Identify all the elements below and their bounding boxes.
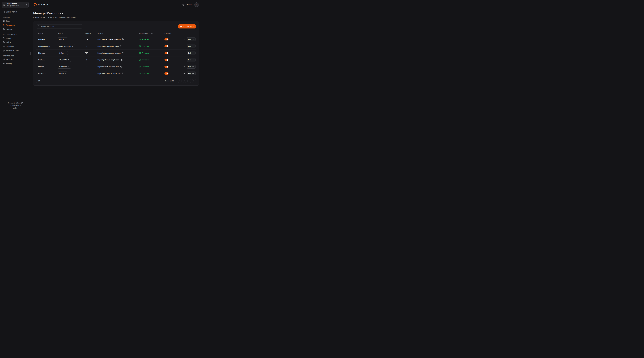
sidebar-item-sites[interactable]: Sites: [2, 19, 28, 23]
combine-icon: [3, 20, 5, 22]
copy-url-button[interactable]: [122, 72, 124, 75]
sidebar-item-shareable-links[interactable]: Shareable Links: [2, 49, 28, 53]
card-toolbar: Add Resource: [33, 22, 198, 31]
sidebar-item-roles[interactable]: Roles: [2, 40, 28, 44]
auth-status-label: Protected: [142, 39, 149, 40]
copy-url-button[interactable]: [120, 66, 122, 68]
arrow-right-icon: [192, 73, 194, 74]
site-link-button[interactable]: Home Lab: [58, 65, 71, 69]
page-size-select[interactable]: 20: [36, 79, 44, 83]
sidebar-item-users[interactable]: Users: [2, 36, 28, 40]
main-content: PANGOLIN System M Manage Resources Creat…: [30, 0, 202, 111]
sidebar-resize-handle[interactable]: [30, 52, 30, 56]
protocol-value: TCP: [84, 52, 88, 54]
row-menu-button[interactable]: [182, 65, 185, 68]
theme-label: System: [186, 4, 192, 6]
sidebar-item-api-keys[interactable]: API Keys: [2, 57, 28, 62]
sidebar-item-resources[interactable]: Resources: [2, 23, 28, 27]
sidebar-item-settings[interactable]: Settings: [2, 62, 28, 66]
theme-toggle-button[interactable]: System: [182, 4, 192, 6]
chevron-down-icon: [41, 80, 42, 82]
edit-button[interactable]: Edit: [187, 37, 196, 41]
sidebar-item-label: Shareable Links: [6, 50, 19, 52]
edit-button[interactable]: Edit: [187, 44, 196, 48]
arrow-up-right-icon: [64, 39, 66, 40]
auth-status-badge: Protected: [139, 66, 149, 68]
row-menu-button[interactable]: [182, 45, 185, 48]
copy-url-button[interactable]: [120, 45, 122, 47]
add-resource-button[interactable]: Add Resource: [178, 24, 196, 29]
enabled-toggle[interactable]: [164, 66, 168, 68]
last-page-button[interactable]: [192, 79, 196, 83]
sidebar-item-invitations[interactable]: Invitations: [2, 44, 28, 49]
copy-url-button[interactable]: [122, 52, 124, 54]
search-input[interactable]: [36, 24, 82, 29]
edit-button[interactable]: Edit: [187, 72, 196, 75]
chevron-left-icon: [184, 80, 185, 82]
site-link-button[interactable]: AWS VPC: [58, 58, 71, 62]
resource-name: Grafana: [38, 59, 44, 61]
gear-icon: [3, 63, 5, 65]
table-row: Battery Monitor Edge Device 01 TCP https…: [36, 43, 196, 50]
copy-icon: [122, 52, 124, 54]
enabled-toggle[interactable]: [164, 72, 168, 75]
sidebar-item-domains[interactable]: Domains: [2, 27, 28, 31]
arrow-right-icon: [192, 66, 194, 68]
row-menu-button[interactable]: [182, 72, 185, 75]
site-link-button[interactable]: Office: [58, 51, 68, 55]
card-footer: 20 Page 1 of 1: [33, 77, 198, 86]
next-page-button[interactable]: [188, 79, 191, 83]
edit-button[interactable]: Edit: [187, 51, 196, 55]
sidebar-item-server-admin[interactable]: Server Admin: [2, 10, 28, 14]
plus-icon: [180, 26, 182, 28]
previous-page-button[interactable]: [183, 79, 186, 83]
copy-url-button[interactable]: [120, 59, 123, 61]
table-header: Name Site Protocol Access: [36, 31, 196, 36]
ellipsis-icon: [183, 52, 185, 54]
enabled-toggle[interactable]: [164, 45, 168, 47]
site-link-button[interactable]: Office: [58, 72, 68, 75]
column-header-authentication[interactable]: Authentication: [139, 32, 153, 34]
sidebar-item-label: Domains: [6, 28, 13, 30]
enabled-toggle[interactable]: [164, 38, 168, 41]
site-link-button[interactable]: Office: [58, 37, 68, 41]
moon-icon: [182, 4, 184, 6]
ellipsis-icon: [183, 66, 185, 68]
auth-status-badge: Protected: [139, 39, 149, 40]
chevrons-right-icon: [193, 80, 195, 82]
shield-check-icon: [139, 66, 141, 68]
auth-status-label: Protected: [142, 73, 149, 75]
waypoints-icon: [3, 24, 5, 26]
auth-status-badge: Protected: [139, 52, 149, 54]
building-icon: [3, 4, 6, 6]
copy-url-button[interactable]: [122, 38, 124, 41]
page-size-value: 20: [38, 80, 40, 82]
sidebar-item-label: Server Admin: [6, 11, 17, 13]
resource-name: Nextcloud: [38, 73, 46, 75]
sidebar-item-label: Invitations: [6, 45, 14, 48]
edit-button[interactable]: Edit: [187, 58, 196, 62]
row-menu-button[interactable]: [182, 52, 185, 55]
edit-label: Edit: [188, 52, 191, 54]
site-link-button[interactable]: Edge Device 01: [58, 44, 75, 48]
column-header-site[interactable]: Site: [58, 32, 63, 34]
sidebar-item-label: Users: [6, 37, 11, 39]
column-header-name[interactable]: Name: [38, 32, 46, 34]
enabled-toggle[interactable]: [164, 52, 168, 54]
community-edition-link[interactable]: Community Edition: [0, 102, 30, 104]
enabled-toggle[interactable]: [164, 59, 168, 61]
version-label: v1.7.0: [0, 107, 30, 109]
row-menu-button[interactable]: [182, 58, 185, 61]
arrow-right-icon: [192, 52, 194, 54]
org-switcher[interactable]: Organization milo@fossorial.io's ...: [2, 2, 28, 8]
avatar[interactable]: M: [194, 3, 199, 7]
auth-status-label: Protected: [142, 59, 149, 61]
site-name: Edge Device 01: [59, 45, 71, 47]
edit-button[interactable]: Edit: [187, 65, 196, 69]
documentation-link[interactable]: Documentation: [0, 105, 30, 106]
protocol-value: TCP: [84, 66, 88, 68]
first-page-button[interactable]: [178, 79, 182, 83]
row-menu-button[interactable]: [182, 38, 185, 41]
brand[interactable]: PANGOLIN: [33, 3, 48, 7]
sort-icon: [151, 33, 153, 34]
